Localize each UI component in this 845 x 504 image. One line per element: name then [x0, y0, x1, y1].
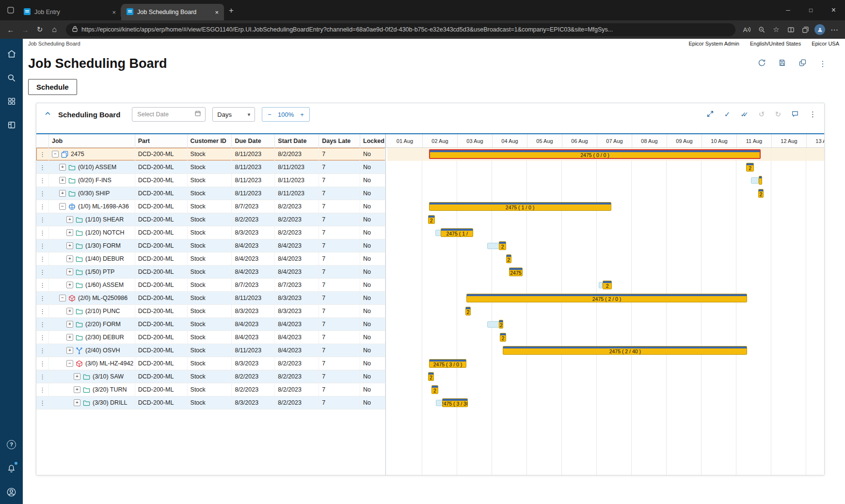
split-screen-icon[interactable]: [784, 23, 797, 36]
schedule-button[interactable]: Schedule: [28, 79, 77, 95]
grid-row[interactable]: ⋮+(3/20) TURNDCD-200-MLStock8/2/20238/2/…: [36, 383, 385, 396]
browser-profile-avatar[interactable]: [813, 23, 827, 36]
panel-menu-icon[interactable]: ⋮: [809, 110, 816, 119]
gantt-setup-bar[interactable]: [487, 321, 500, 328]
row-expand-toggle[interactable]: +: [59, 190, 66, 197]
row-expand-toggle[interactable]: +: [66, 321, 73, 328]
help-icon[interactable]: ?: [6, 439, 17, 450]
row-expand-toggle[interactable]: −: [52, 151, 59, 158]
search-icon[interactable]: [6, 72, 17, 83]
gantt-task-bar[interactable]: 2475 ( 3 / 0 ): [429, 359, 467, 368]
gantt-task-bar[interactable]: 2: [428, 372, 434, 381]
row-menu-icon[interactable]: ⋮: [36, 213, 49, 226]
new-tab-button[interactable]: +: [229, 6, 234, 15]
minimize-icon[interactable]: ─: [777, 0, 799, 20]
gantt-task-bar[interactable]: 2475 ( 1 / 0 ): [429, 202, 611, 211]
gantt-task-bar[interactable]: 2475 ( 2 / 0 ): [466, 294, 748, 302]
page-menu-icon[interactable]: ⋮: [819, 59, 827, 68]
row-expand-toggle[interactable]: +: [59, 177, 66, 184]
home-nav-icon[interactable]: [6, 48, 17, 59]
zoom-in-button[interactable]: +: [300, 111, 304, 118]
row-menu-icon[interactable]: ⋮: [36, 266, 49, 278]
overflow-windows-icon[interactable]: [798, 59, 807, 69]
row-expand-toggle[interactable]: +: [66, 347, 73, 354]
row-expand-toggle[interactable]: +: [66, 282, 73, 288]
grid-row[interactable]: ⋮+(1/40) DEBURDCD-200-MLStock8/4/20238/4…: [36, 252, 385, 266]
gantt-task-bar[interactable]: 2: [499, 241, 506, 250]
row-menu-icon[interactable]: ⋮: [36, 292, 49, 304]
collapse-panel-chevron-icon[interactable]: [44, 110, 51, 119]
grid-row[interactable]: ⋮+(0/10) ASSEMDCD-200-MLStock8/11/20238/…: [36, 161, 385, 174]
gantt-task-bar[interactable]: 2475 ( 2 / 40 ): [503, 346, 747, 355]
row-menu-icon[interactable]: ⋮: [36, 370, 49, 383]
tab-job-entry[interactable]: Job Entry ×: [18, 4, 121, 20]
column-header[interactable]: Start Date: [275, 134, 319, 147]
row-expand-toggle[interactable]: −: [59, 295, 66, 301]
address-bar[interactable]: https://epicorsi/kinetic/apps/erp/home/#…: [66, 23, 735, 36]
interval-select[interactable]: Days ▾: [212, 107, 255, 122]
refresh-icon[interactable]: ↻: [33, 23, 47, 36]
row-menu-icon[interactable]: ⋮: [36, 318, 49, 331]
row-menu-icon[interactable]: ⋮: [36, 305, 49, 317]
gantt-task-bar[interactable]: [759, 176, 762, 185]
gantt-task-bar[interactable]: 2: [499, 320, 503, 329]
favorites-star-icon[interactable]: ☆: [769, 23, 783, 36]
grid-row[interactable]: ⋮−(2/0) ML-Q250986DCD-200-MLStock8/11/20…: [36, 292, 385, 305]
browser-menu-icon[interactable]: ⋯: [828, 23, 841, 36]
grid-row[interactable]: ⋮+(3/30) DRILLDCD-200-MLStock8/3/20238/2…: [36, 396, 385, 410]
maximize-icon[interactable]: □: [799, 0, 822, 20]
apps-grid-icon[interactable]: [6, 96, 17, 107]
select-date-field[interactable]: [132, 107, 206, 122]
row-expand-toggle[interactable]: +: [74, 386, 80, 393]
column-header[interactable]: Part: [135, 134, 188, 147]
row-expand-toggle[interactable]: +: [74, 373, 80, 380]
dashboard-layout-icon[interactable]: [6, 120, 17, 130]
column-header[interactable]: Days Late: [319, 134, 360, 147]
grid-row[interactable]: ⋮−(3/0) ML-HZ-4942DCD-200-MLStock8/3/202…: [36, 357, 385, 370]
gantt-task-bar[interactable]: 2: [428, 215, 435, 224]
user-profile-icon[interactable]: [6, 487, 17, 497]
row-expand-toggle[interactable]: +: [66, 255, 73, 262]
gantt-task-bar[interactable]: 2: [758, 189, 764, 198]
close-tab-icon[interactable]: ×: [213, 9, 220, 16]
gantt-task-bar[interactable]: 2: [431, 385, 438, 394]
gantt-task-bar[interactable]: 2: [746, 163, 754, 172]
row-expand-toggle[interactable]: +: [59, 164, 66, 171]
read-aloud-icon[interactable]: A: [740, 23, 754, 36]
row-menu-icon[interactable]: ⋮: [36, 279, 49, 291]
gantt-task-bar[interactable]: 2: [603, 281, 612, 289]
grid-row[interactable]: ⋮+(0/20) F-INSDCD-200-MLStock8/11/20238/…: [36, 174, 385, 187]
row-menu-icon[interactable]: ⋮: [36, 331, 49, 344]
grid-row[interactable]: ⋮+(2/40) OSVHDCD-200-MLStock8/11/20238/4…: [36, 344, 385, 357]
gantt-task-bar[interactable]: 2475 ( 1 /: [441, 228, 473, 237]
grid-row[interactable]: ⋮+(2/20) FORMDCD-200-MLStock8/4/20238/4/…: [36, 318, 385, 331]
row-menu-icon[interactable]: ⋮: [36, 226, 49, 239]
row-menu-icon[interactable]: ⋮: [36, 174, 49, 187]
row-menu-icon[interactable]: ⋮: [36, 239, 49, 252]
gantt-task-bar[interactable]: 2475 ( 0 / 0 ): [429, 149, 761, 159]
gantt-task-bar[interactable]: 2475 ( 3 / 30: [442, 398, 468, 407]
row-expand-toggle[interactable]: +: [74, 399, 80, 406]
column-header[interactable]: Customer ID: [188, 134, 232, 147]
row-menu-icon[interactable]: ⋮: [36, 200, 49, 213]
gantt-setup-bar[interactable]: [751, 177, 759, 184]
undo-icon[interactable]: ↺: [759, 110, 765, 119]
home-icon[interactable]: ⌂: [48, 23, 61, 36]
close-tab-icon[interactable]: ×: [111, 9, 117, 16]
row-menu-icon[interactable]: ⋮: [36, 161, 49, 173]
row-expand-toggle[interactable]: +: [66, 308, 73, 315]
refresh-page-icon[interactable]: [758, 59, 766, 69]
grid-row[interactable]: ⋮+(1/60) ASSEMDCD-200-MLStock8/7/20238/7…: [36, 279, 385, 292]
row-menu-icon[interactable]: ⋮: [36, 383, 49, 396]
zoom-out-button[interactable]: −: [268, 111, 271, 118]
gantt-setup-bar[interactable]: [599, 282, 603, 288]
row-expand-toggle[interactable]: +: [66, 334, 73, 341]
row-expand-toggle[interactable]: −: [59, 203, 66, 210]
accept-all-double-check-icon[interactable]: ✓✓: [740, 110, 748, 118]
notifications-bell-icon[interactable]: [6, 463, 17, 473]
grid-row[interactable]: ⋮+(0/30) SHIPDCD-200-MLStock8/11/20238/1…: [36, 187, 385, 200]
row-expand-toggle[interactable]: +: [66, 229, 73, 236]
workspaces-icon[interactable]: [7, 6, 15, 14]
tab-job-scheduling-board[interactable]: Job Scheduling Board ×: [121, 4, 224, 20]
collections-icon[interactable]: [798, 23, 812, 36]
